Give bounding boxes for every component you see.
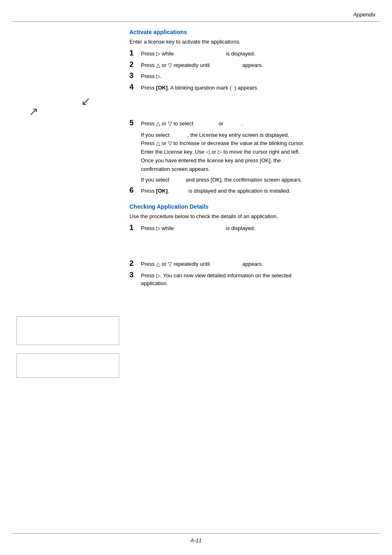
arrows-illustration: ↙ ↗ xyxy=(16,92,99,125)
check-step-1-content: Press ▷ while is displayed. xyxy=(141,224,380,233)
arrow-down-left-icon: ↙ xyxy=(81,94,90,108)
step-4-content: Press [OK]. A blinking question mark ( )… xyxy=(141,84,380,92)
step-6-number: 6 xyxy=(129,186,141,195)
spacer-after-step4 xyxy=(129,95,380,120)
step-2-content: Press △ or ▽ repeatedly until appears. xyxy=(141,61,380,69)
check-step-2-content: Press △ or ▽ repeatedly until appears. xyxy=(141,260,380,268)
activate-title: Activate applications xyxy=(129,29,380,35)
step-6-content: Press [OK]. is displayed and the applica… xyxy=(141,187,380,195)
check-image-box-1 xyxy=(16,316,119,349)
checking-title: Checking Application Details xyxy=(129,203,380,210)
activate-step-2: 2 Press △ or ▽ repeatedly until appears. xyxy=(129,61,380,69)
spacer-check-step1 xyxy=(129,235,380,260)
step-4-number: 4 xyxy=(129,83,141,92)
activate-section: Activate applications Enter a license ke… xyxy=(129,29,380,195)
step-1-content: Press ▷ while is displayed. xyxy=(141,50,380,58)
top-border xyxy=(12,21,380,22)
check-step-2: 2 Press △ or ▽ repeatedly until appears. xyxy=(129,260,380,268)
arrow-up-right-icon: ↗ xyxy=(29,105,38,118)
activate-step-4: 4 Press [OK]. A blinking question mark (… xyxy=(129,84,380,92)
check-step-1-number: 1 xyxy=(129,223,141,232)
page-header: Appendix xyxy=(353,12,376,18)
activate-step-6: 6 Press [OK]. is displayed and the appli… xyxy=(129,187,380,195)
checking-intro: Use the procedure below to check the det… xyxy=(129,213,380,219)
activate-intro: Enter a license key to activate the appl… xyxy=(129,39,380,45)
activate-step-3: 3 Press ▷. xyxy=(129,72,380,81)
check-step-2-number: 2 xyxy=(129,259,141,268)
step-3-content: Press ▷. xyxy=(141,72,380,81)
step-5-content: Press △ or ▽ to select or . xyxy=(141,120,380,128)
checking-section: Checking Application Details Use the pro… xyxy=(129,203,380,288)
check-image-box-2 xyxy=(16,353,119,378)
arrow-icon-box: ↙ ↗ xyxy=(25,92,99,125)
check-step-3: 3 Press ▷. You can now view detailed inf… xyxy=(129,272,380,288)
activate-step-5: 5 Press △ or ▽ to select or . xyxy=(129,120,380,128)
check-screen-image-2 xyxy=(16,353,119,378)
step-5-sub1: If you select , the License key entry sc… xyxy=(141,131,380,174)
header-label: Appendix xyxy=(353,12,376,18)
step-1-number: 1 xyxy=(129,49,141,58)
check-step-3-content: Press ▷. You can now view detailed infor… xyxy=(141,272,380,288)
bottom-border xyxy=(12,533,380,534)
step-5-sub2: If you select and press [OK], the confir… xyxy=(141,176,380,184)
check-step-1: 1 Press ▷ while is displayed. xyxy=(129,224,380,233)
activate-step-1: 1 Press ▷ while is displayed. xyxy=(129,50,380,58)
step-3-number: 3 xyxy=(129,71,141,80)
footer-label: A-11 xyxy=(190,537,201,543)
check-step-3-number: 3 xyxy=(129,271,141,279)
right-column: Activate applications Enter a license ke… xyxy=(129,29,380,291)
page-footer: A-11 xyxy=(190,537,201,543)
ok-bold-3: [OK] xyxy=(211,177,221,183)
step-2-number: 2 xyxy=(129,60,141,69)
check-screen-image-1 xyxy=(16,316,119,345)
ok-bold-4: [OK] xyxy=(156,188,168,194)
ok-bold-2: [OK] xyxy=(260,157,270,164)
ok-bold-1: [OK] xyxy=(156,85,168,91)
page-container: Appendix ↙ ↗ Act xyxy=(0,0,392,555)
step-5-number: 5 xyxy=(129,119,141,127)
content-area: ↙ ↗ Activate applications Enter a licens… xyxy=(12,29,380,526)
